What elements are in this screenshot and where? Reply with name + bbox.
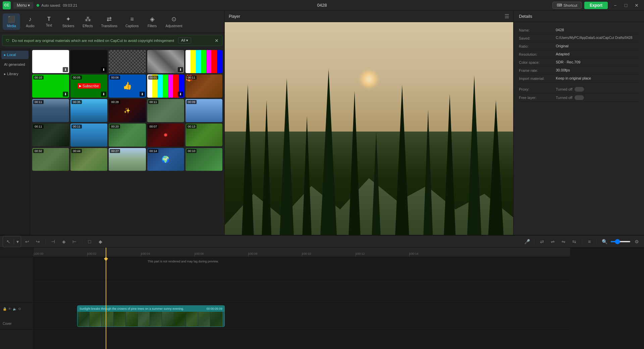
- download-icon-7[interactable]: ⬇: [101, 92, 106, 97]
- media-thumb-14[interactable]: 00:11: [147, 99, 184, 122]
- media-thumb-23[interactable]: 00:27: [109, 148, 146, 171]
- tool-effects[interactable]: ⁂ Effects: [79, 13, 97, 30]
- media-thumb-19[interactable]: 00:07 ✸: [147, 123, 184, 147]
- all-filter-button[interactable]: All ▾: [178, 37, 191, 44]
- media-thumb-5[interactable]: [185, 50, 222, 73]
- tool-filters-label: Filters: [148, 24, 157, 28]
- media-thumb-18[interactable]: 00:20: [109, 123, 146, 147]
- media-thumb-8[interactable]: 00:06 👍 ⬇: [109, 74, 146, 98]
- timeline-content: 100:00 100:02 100:04 100:06 100:08 100:1…: [34, 248, 644, 349]
- timeline-inner: 100:00 100:02 100:04 100:06 100:08 100:1…: [34, 248, 570, 349]
- detail-label-saved: Saved:: [519, 36, 556, 40]
- detail-row-proxy: Proxy: Turned off: [519, 85, 639, 94]
- media-thumb-20[interactable]: 00:13: [185, 123, 222, 147]
- effects-icon: ⁂: [85, 15, 91, 23]
- player-menu-button[interactable]: ☰: [504, 13, 509, 19]
- frame-11: [198, 312, 210, 327]
- tool-media[interactable]: ⬛ Media: [3, 13, 20, 30]
- tool-transitions[interactable]: ⇄ Transitions: [98, 13, 121, 30]
- media-thumb-22[interactable]: 00:44: [70, 148, 107, 171]
- split-button[interactable]: ◈: [59, 237, 68, 246]
- media-thumb-11[interactable]: 00:11: [32, 99, 69, 122]
- media-thumb-1[interactable]: ⬇: [32, 50, 69, 73]
- settings-button[interactable]: ⚙: [632, 237, 641, 246]
- frame-10: [186, 312, 198, 327]
- delete-button[interactable]: □: [85, 237, 94, 246]
- detail-label-freelayer: Free layer:: [519, 95, 556, 100]
- media-thumb-3[interactable]: [109, 50, 146, 73]
- unlink-button[interactable]: ⇋: [559, 237, 568, 246]
- zoom-slider[interactable]: [610, 241, 631, 242]
- undo-button[interactable]: ↩: [22, 237, 32, 246]
- separator-1: [45, 238, 46, 245]
- download-icon-4[interactable]: ⬇: [178, 67, 183, 72]
- detail-value-resolution: Adapted: [556, 52, 639, 56]
- link-audio-button[interactable]: ⇄: [537, 237, 547, 246]
- media-thumb-6[interactable]: 00:10 ⬇: [32, 74, 69, 98]
- menu-button[interactable]: Menu ▾: [13, 2, 33, 9]
- zoom-out-button[interactable]: 🔍: [600, 237, 609, 246]
- tool-filters[interactable]: ◈ Filters: [144, 13, 161, 30]
- split-next-button[interactable]: ⊢: [70, 237, 79, 246]
- marker-button[interactable]: ◆: [96, 237, 105, 246]
- download-icon-9[interactable]: ⬇: [178, 92, 183, 97]
- media-thumb-12[interactable]: 00:35: [70, 99, 107, 122]
- sidebar-item-ai[interactable]: AI generated: [1, 60, 29, 68]
- tool-audio[interactable]: ♪ Audio: [21, 14, 39, 30]
- freelayer-toggle[interactable]: [575, 95, 584, 100]
- close-button[interactable]: ✕: [632, 2, 641, 9]
- proxy-toggle[interactable]: [575, 87, 584, 92]
- tool-adjustment[interactable]: ⊙ Adjustment: [162, 13, 186, 30]
- sidebar-ai-label: AI generated: [4, 62, 25, 66]
- auto-snap-button[interactable]: ⇆: [570, 237, 579, 246]
- select-tool-button[interactable]: ↖: [4, 237, 13, 246]
- video-track-label: 🔒 👁 🔈 ⚙ Cover: [0, 303, 33, 330]
- tool-transitions-label: Transitions: [101, 24, 118, 28]
- download-icon-2[interactable]: ⬇: [101, 67, 106, 72]
- sidebar-item-library[interactable]: ▸ Library: [1, 70, 29, 78]
- link-tracks-button[interactable]: ⇌: [548, 237, 557, 246]
- media-thumb-24[interactable]: 00:14 🌍: [147, 148, 184, 171]
- download-icon-6[interactable]: ⬇: [63, 92, 68, 97]
- media-thumb-7[interactable]: 00:05 ▶Subscribe ⬇: [70, 74, 107, 98]
- maximize-button[interactable]: □: [621, 2, 631, 9]
- minimize-button[interactable]: −: [610, 2, 620, 9]
- tool-captions[interactable]: ≡ Captions: [122, 14, 142, 30]
- detail-label-framerate: Frame rate:: [519, 68, 556, 72]
- tool-effects-label: Effects: [83, 24, 93, 28]
- media-thumb-16[interactable]: 00:11: [32, 123, 69, 147]
- video-clip[interactable]: Sunlight breaks through the crowns of pi…: [77, 305, 225, 327]
- media-thumb-21[interactable]: 00:32: [32, 148, 69, 171]
- tool-stickers[interactable]: ✦ Stickers: [59, 13, 78, 30]
- redo-button[interactable]: ↪: [33, 237, 43, 246]
- media-thumb-9[interactable]: 00:01 ⬇: [147, 74, 184, 98]
- download-icon-1[interactable]: ⬇: [63, 67, 68, 72]
- text-icon: T: [47, 16, 51, 22]
- media-thumb-15[interactable]: 00:09: [185, 99, 222, 122]
- split-prev-button[interactable]: ⊣: [48, 237, 58, 246]
- autosave-label: Auto saved:: [41, 3, 61, 7]
- media-thumb-25[interactable]: 00:10: [185, 148, 222, 171]
- duration-15: 00:09: [186, 100, 197, 104]
- frame-4: [114, 312, 126, 327]
- media-thumb-2[interactable]: ⬇: [70, 50, 107, 73]
- notice-text: Do not export any original materials whi…: [12, 39, 174, 43]
- notice-close-button[interactable]: ✕: [215, 38, 219, 43]
- dropdown-arrow[interactable]: ▾: [15, 237, 20, 246]
- detail-row-saved: Saved: C:/Users/MyPC/AppData/Local/CapCu…: [519, 34, 639, 42]
- media-thumb-10[interactable]: 00:11 🎁: [185, 74, 222, 98]
- duration-18: 00:20: [110, 124, 120, 129]
- export-button[interactable]: Export: [584, 2, 608, 9]
- detail-value-saved: C:/Users/MyPC/AppData/Local/CapCut Draft…: [556, 36, 639, 40]
- media-thumb-17[interactable]: 00:11: [70, 123, 107, 147]
- duration-25: 00:10: [186, 149, 197, 153]
- shortcut-button[interactable]: ⌨ Shortcut: [552, 2, 582, 9]
- tool-text[interactable]: T Text: [40, 14, 58, 29]
- mic-button[interactable]: 🎤: [522, 237, 532, 246]
- media-thumb-4[interactable]: ⬇: [147, 50, 184, 73]
- media-thumb-13[interactable]: 00:28 ✨: [109, 99, 146, 122]
- sidebar-item-local[interactable]: ▸ Local: [1, 51, 29, 59]
- captions-auto-button[interactable]: ≡: [585, 237, 594, 246]
- download-icon-8[interactable]: ⬇: [140, 92, 145, 97]
- empty-track-row-1: [34, 257, 570, 280]
